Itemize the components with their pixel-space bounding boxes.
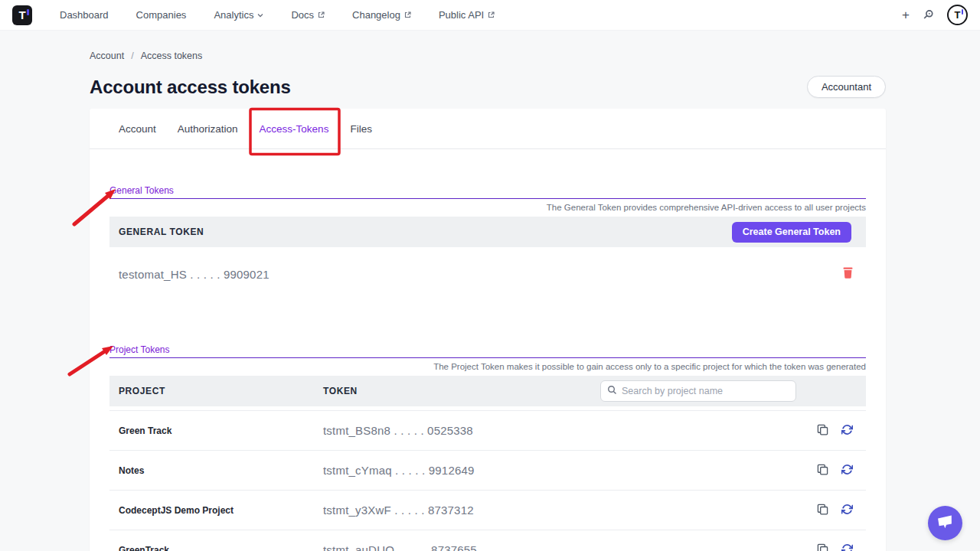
nav-item-changelog[interactable]: Changelog — [352, 9, 411, 21]
plus-icon[interactable]: + — [902, 8, 910, 21]
tab-files[interactable]: Files — [350, 123, 372, 135]
nav-item-companies[interactable]: Companies — [136, 9, 187, 21]
column-header-token: TOKEN — [323, 386, 600, 396]
project-token-value: tstmt_BS8n8 . . . . . 0525338 — [323, 424, 817, 437]
project-name: GreenTrack — [119, 545, 323, 551]
nav-item-docs[interactable]: Docs — [291, 9, 325, 21]
project-tokens-description: The Project Token makes it possible to g… — [109, 362, 866, 371]
regenerate-token-button[interactable] — [841, 424, 853, 438]
copy-token-button[interactable] — [817, 504, 828, 517]
breadcrumb-account[interactable]: Account — [90, 51, 124, 61]
breadcrumb-access-tokens[interactable]: Access tokens — [141, 51, 203, 61]
search-icon[interactable] — [923, 9, 934, 21]
external-link-icon — [318, 11, 325, 18]
general-token-header-bar: GENERAL TOKEN Create General Token — [109, 217, 866, 247]
project-tokens-section: Project Tokens The Project Token makes i… — [90, 342, 886, 551]
search-input[interactable] — [622, 386, 789, 396]
nav-item-public-api[interactable]: Public API — [439, 9, 495, 21]
project-name: Green Track — [119, 425, 323, 436]
accountant-role-button[interactable]: Accountant — [807, 76, 886, 98]
general-tokens-section: General Tokens The General Token provide… — [90, 183, 886, 281]
copy-icon — [817, 424, 828, 438]
copy-token-button[interactable] — [817, 464, 828, 478]
general-token-value: testomat_HS . . . . . 9909021 — [119, 268, 270, 281]
copy-icon — [817, 464, 828, 478]
chat-widget-button[interactable] — [928, 506, 962, 540]
magnifier-icon — [607, 384, 617, 398]
general-tokens-heading-row: General Tokens — [109, 183, 866, 199]
external-link-icon — [488, 11, 495, 18]
project-name: Notes — [119, 465, 323, 476]
copy-token-button[interactable] — [817, 543, 828, 551]
project-token-value: tstmt_auDUO . . . . . 8737655 — [323, 543, 817, 551]
general-token-row: testomat_HS . . . . . 9909021 — [109, 247, 866, 281]
tab-authorization[interactable]: Authorization — [178, 123, 238, 135]
tab-account[interactable]: Account — [119, 123, 156, 135]
top-navbar: T Dashboard Companies Analytics Docs Cha… — [0, 0, 980, 31]
chevron-down-icon — [257, 13, 263, 18]
table-row: Green Track tstmt_BS8n8 . . . . . 052533… — [109, 410, 866, 450]
copy-icon — [817, 543, 828, 551]
app-logo[interactable]: T — [12, 5, 32, 25]
regenerate-token-button[interactable] — [841, 543, 853, 551]
copy-icon — [817, 504, 828, 517]
breadcrumb-separator: / — [131, 51, 133, 61]
general-tokens-description: The General Token provides comprehensive… — [109, 203, 866, 212]
breadcrumb: Account / Access tokens — [90, 51, 886, 61]
project-search-box — [600, 380, 796, 402]
delete-token-button[interactable] — [843, 267, 853, 281]
nav-item-dashboard[interactable]: Dashboard — [60, 9, 109, 21]
settings-card: Account Authorization Access-Tokens File… — [90, 109, 886, 551]
avatar-accent-mark — [962, 9, 964, 15]
project-tokens-heading: Project Tokens — [109, 344, 170, 355]
app-logo-letter: T — [18, 8, 25, 21]
regenerate-token-button[interactable] — [841, 504, 853, 517]
nav-item-analytics[interactable]: Analytics — [214, 9, 263, 21]
project-table-header-bar: PROJECT TOKEN — [109, 376, 866, 406]
project-token-value: tstmt_cYmaq . . . . . 9912649 — [323, 464, 817, 477]
create-general-token-button[interactable]: Create General Token — [732, 222, 851, 243]
regenerate-token-button[interactable] — [841, 464, 853, 478]
tab-bar: Account Authorization Access-Tokens File… — [90, 109, 886, 149]
logo-accent-mark — [27, 9, 29, 15]
refresh-icon — [841, 504, 853, 517]
project-tokens-heading-row: Project Tokens — [109, 342, 866, 358]
copy-token-button[interactable] — [817, 424, 828, 438]
project-name: CodeceptJS Demo Project — [119, 505, 323, 516]
project-token-rows: Green Track tstmt_BS8n8 . . . . . 052533… — [109, 410, 866, 551]
page-title: Account access tokens — [90, 77, 291, 98]
trash-icon — [843, 267, 853, 281]
external-link-icon — [404, 11, 411, 18]
chat-bubble-icon — [936, 514, 954, 532]
table-row: Notes tstmt_cYmaq . . . . . 9912649 — [109, 450, 866, 490]
refresh-icon — [841, 424, 853, 438]
tab-access-tokens[interactable]: Access-Tokens — [260, 123, 329, 135]
general-token-column-header: GENERAL TOKEN — [119, 227, 204, 237]
table-row: CodeceptJS Demo Project tstmt_y3XwF . . … — [109, 490, 866, 530]
column-header-project: PROJECT — [119, 386, 323, 396]
user-avatar[interactable]: T — [947, 5, 968, 25]
refresh-icon — [841, 464, 853, 478]
general-tokens-heading: General Tokens — [109, 185, 174, 196]
project-token-value: tstmt_y3XwF . . . . . 8737312 — [323, 504, 817, 517]
refresh-icon — [841, 543, 853, 551]
table-row: GreenTrack tstmt_auDUO . . . . . 8737655 — [109, 530, 866, 551]
